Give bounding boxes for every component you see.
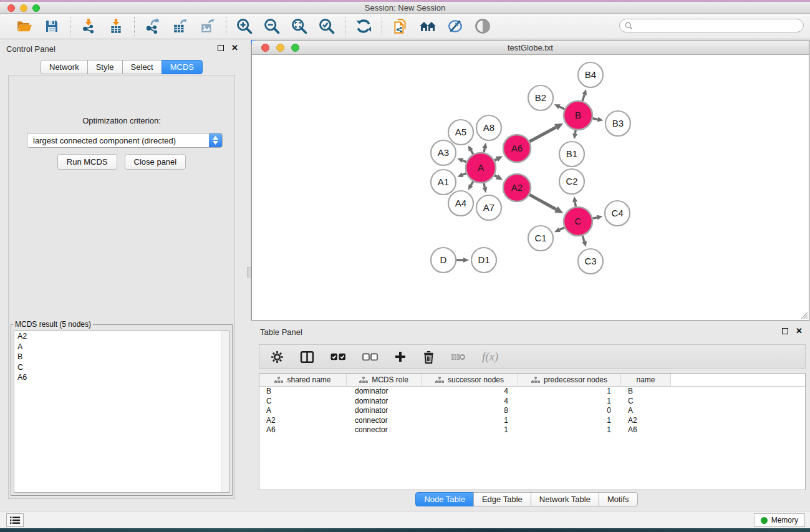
mcds-result-item-a6[interactable]: A6 <box>14 372 229 383</box>
optimization-criterion-dropdown[interactable]: largest connected component (directed) <box>27 133 223 148</box>
save-icon[interactable] <box>42 17 61 36</box>
node-C2[interactable]: C2 <box>559 169 584 194</box>
trash-icon[interactable] <box>423 351 435 364</box>
table-cell[interactable]: A6 <box>621 425 671 435</box>
tab-network[interactable]: Network <box>41 60 88 74</box>
node-A4[interactable]: A4 <box>448 191 473 216</box>
edge-C-C4[interactable] <box>593 215 603 220</box>
network-maximize-icon[interactable] <box>291 44 299 52</box>
columns-icon[interactable] <box>300 351 314 364</box>
node-B3[interactable]: B3 <box>605 111 630 136</box>
table-row[interactable]: A6connector11A6 <box>259 425 805 435</box>
table-row[interactable]: A2connector11A2 <box>259 416 805 426</box>
column-header-shared-name[interactable]: shared name <box>259 374 347 387</box>
search-input[interactable] <box>636 21 798 30</box>
import-network-icon[interactable] <box>79 17 98 36</box>
vizmapper-icon[interactable] <box>446 17 465 36</box>
node-C4[interactable]: C4 <box>605 201 630 226</box>
edge-A-A4[interactable] <box>468 181 473 190</box>
mcds-result-list[interactable]: A2ABCA6 <box>14 331 229 493</box>
table-cell[interactable]: A2 <box>259 416 347 426</box>
node-B4[interactable]: B4 <box>578 62 603 87</box>
home-icon[interactable] <box>418 17 437 36</box>
edge-B-B3[interactable] <box>593 117 604 122</box>
column-header-successor-nodes[interactable]: successor nodes <box>422 374 518 387</box>
tab-node-table[interactable]: Node Table <box>415 492 474 506</box>
import-table-icon[interactable] <box>107 17 125 36</box>
tab-style[interactable]: Style <box>87 60 123 74</box>
maximize-window-icon[interactable] <box>32 4 40 12</box>
edge-C-C2[interactable] <box>572 196 577 207</box>
table-cell[interactable]: dominator <box>347 406 422 416</box>
tab-edge-table[interactable]: Edge Table <box>473 492 531 506</box>
open-folder-icon[interactable] <box>15 17 34 36</box>
edge-C-C3[interactable] <box>582 236 587 247</box>
export-table-icon[interactable] <box>171 17 190 36</box>
delete-table-icon[interactable] <box>451 352 466 362</box>
table-cell[interactable]: 1 <box>518 425 621 435</box>
table-cell[interactable]: 8 <box>422 406 518 416</box>
node-B1[interactable]: B1 <box>559 142 584 167</box>
edge-A-A1[interactable] <box>457 172 466 177</box>
table-cell[interactable]: connector <box>347 416 422 426</box>
tab-select[interactable]: Select <box>122 60 162 74</box>
table-row[interactable]: Bdominator41B <box>259 387 805 397</box>
edge-A-A6[interactable] <box>494 156 503 162</box>
table-cell[interactable]: A <box>621 406 671 416</box>
edge-A-A2[interactable] <box>494 174 503 180</box>
mcds-list-scrollbar[interactable] <box>221 331 229 492</box>
eye-icon[interactable] <box>473 17 492 36</box>
table-cell[interactable]: 1 <box>422 425 518 435</box>
table-cell[interactable]: 0 <box>518 406 621 416</box>
node-D1[interactable]: D1 <box>471 248 496 273</box>
edge-C-C1[interactable] <box>554 228 564 232</box>
zoom-fit-icon[interactable] <box>290 17 309 36</box>
deselect-all-icon[interactable] <box>362 352 378 361</box>
edge-A-A3[interactable] <box>457 158 466 163</box>
edge-A-A5[interactable] <box>468 145 473 154</box>
close-window-icon[interactable] <box>7 4 15 12</box>
run-mcds-button[interactable]: Run MCDS <box>57 154 117 170</box>
node-A[interactable]: A <box>466 153 496 183</box>
node-C[interactable]: C <box>564 207 592 236</box>
table-cell[interactable]: B <box>259 387 347 397</box>
table-cell[interactable]: A <box>259 406 347 416</box>
minimize-window-icon[interactable] <box>20 4 27 12</box>
node-B[interactable]: B <box>564 101 592 130</box>
table-cell[interactable]: dominator <box>347 387 422 397</box>
node-D[interactable]: D <box>431 248 456 273</box>
panel-splitter-handle[interactable] <box>247 267 251 278</box>
node-A8[interactable]: A8 <box>476 115 501 140</box>
edge-A-A8[interactable] <box>482 143 487 153</box>
table-cell[interactable]: connector <box>347 425 422 435</box>
task-history-button[interactable] <box>6 513 24 527</box>
export-network-icon[interactable] <box>143 17 162 36</box>
network-canvas[interactable]: ABCA6A2A1A3A4A5A7A8B1B2B3B4C1C2C3C4DD1 <box>252 55 809 320</box>
export-image-icon[interactable] <box>198 17 217 36</box>
tab-mcds[interactable]: MCDS <box>162 60 203 74</box>
tab-motifs[interactable]: Motifs <box>599 492 638 506</box>
float-panel-icon[interactable] <box>218 45 224 51</box>
node-A3[interactable]: A3 <box>431 140 456 165</box>
column-header-mcds-role[interactable]: MCDS role <box>347 374 422 387</box>
edge-B-B1[interactable] <box>572 130 577 140</box>
gear-icon[interactable] <box>271 351 284 364</box>
table-cell[interactable]: 4 <box>422 387 518 397</box>
table-row[interactable]: Cdominator41C <box>259 397 805 407</box>
edge-D-D1[interactable] <box>456 258 469 263</box>
node-table[interactable]: shared nameMCDS rolesuccessor nodesprede… <box>259 373 806 490</box>
zoom-in-icon[interactable] <box>235 17 254 36</box>
search-field[interactable] <box>619 19 804 32</box>
mcds-result-item-a2[interactable]: A2 <box>14 331 229 342</box>
node-A2[interactable]: A2 <box>503 174 531 201</box>
add-icon[interactable] <box>394 351 407 363</box>
table-cell[interactable]: C <box>259 397 347 407</box>
function-icon[interactable]: f(x) <box>482 350 498 364</box>
edge-A2-C[interactable] <box>529 195 563 213</box>
resize-grip-icon[interactable] <box>799 311 808 319</box>
node-A6[interactable]: A6 <box>503 135 531 162</box>
table-cell[interactable]: C <box>621 397 671 407</box>
network-minimize-icon[interactable] <box>276 44 284 52</box>
mcds-result-item-c[interactable]: C <box>14 362 229 373</box>
close-table-panel-icon[interactable]: ✕ <box>796 328 803 334</box>
